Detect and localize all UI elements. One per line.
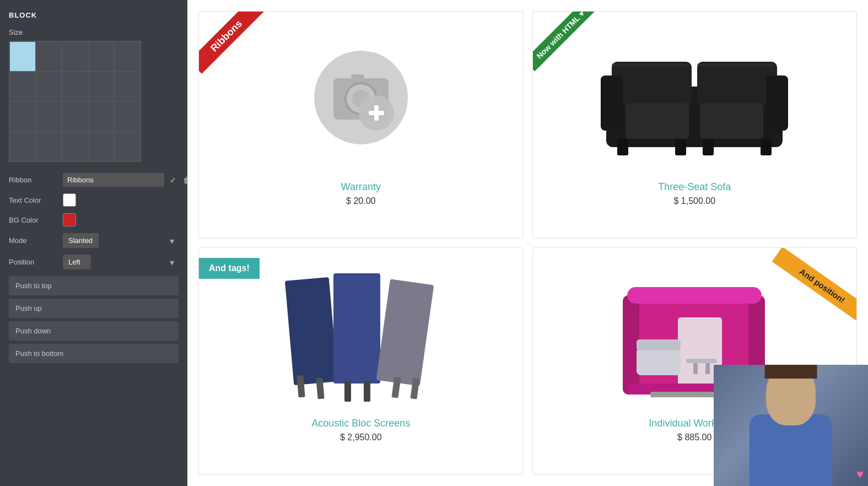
svg-rect-9: [612, 62, 692, 106]
ribbon-label: Ribbon: [9, 176, 58, 184]
svg-rect-21: [285, 277, 338, 385]
person-silhouette: [741, 365, 840, 486]
ribbon-label-workplace: And position!: [772, 248, 856, 325]
svg-rect-37: [686, 359, 716, 363]
svg-rect-19: [612, 63, 689, 67]
webcam-heart-icon: ♥: [856, 467, 864, 482]
bg-color-field-row: BG Color: [9, 213, 179, 226]
size-cell-1-2[interactable]: [62, 72, 88, 102]
svg-rect-23: [376, 279, 434, 386]
screens-image-area: [208, 257, 514, 411]
size-cell-1-0[interactable]: [9, 72, 36, 102]
camera-placeholder-icon: [311, 48, 411, 147]
ribbon-confirm-button[interactable]: ✓: [169, 175, 177, 186]
mode-select[interactable]: Slanted Flat Tag: [63, 233, 99, 248]
position-field-row: Position Left Right Top: [9, 255, 179, 269]
svg-rect-18: [761, 139, 772, 155]
sofa-illustration: [595, 31, 794, 164]
push-to-bottom-button[interactable]: Push to bottom: [9, 344, 179, 363]
size-cell-0-4[interactable]: [114, 41, 141, 72]
size-grid: [9, 41, 141, 162]
size-label: Size: [9, 28, 179, 36]
size-cell-0-1[interactable]: [36, 41, 62, 72]
svg-rect-14: [700, 103, 763, 139]
svg-rect-39: [705, 363, 710, 374]
size-cell-2-2[interactable]: [62, 101, 88, 132]
svg-rect-7: [369, 111, 384, 115]
sofa-price: $ 1,500.00: [673, 196, 715, 206]
size-cell-2-3[interactable]: [88, 101, 115, 132]
svg-rect-33: [627, 287, 762, 304]
product-card-warranty: Ribbons Warranty $ 20.00: [198, 11, 524, 239]
screens-price: $ 2,950.00: [340, 433, 382, 442]
size-cell-3-1[interactable]: [36, 132, 62, 162]
svg-rect-10: [697, 62, 777, 106]
size-cell-1-4[interactable]: [114, 72, 141, 102]
svg-rect-38: [693, 363, 698, 374]
size-cell-3-2[interactable]: [62, 132, 88, 162]
push-down-button[interactable]: Push down: [9, 321, 179, 341]
bg-color-swatch[interactable]: [63, 213, 76, 226]
size-cell-0-3[interactable]: [88, 41, 115, 72]
ribbon-corner-sofa: Now with HTML ♥: [533, 12, 610, 89]
sofa-name: Three-Seat Sofa: [658, 181, 731, 193]
product-card-screens: And tags! Acoustic Bloc Screens $ 2,950.…: [198, 247, 524, 475]
size-cell-0-0[interactable]: [9, 41, 36, 72]
warranty-price: $ 20.00: [346, 196, 375, 206]
size-cell-3-4[interactable]: [114, 132, 141, 162]
warranty-name: Warranty: [341, 181, 381, 193]
svg-rect-4: [351, 74, 364, 81]
svg-rect-36: [637, 339, 681, 350]
push-up-button[interactable]: Push up: [9, 299, 179, 318]
size-cell-3-0[interactable]: [9, 132, 36, 162]
size-cell-2-4[interactable]: [114, 101, 141, 132]
ribbon-label-warranty: Ribbons: [199, 12, 264, 74]
screens-name: Acoustic Bloc Screens: [311, 418, 410, 429]
size-cell-1-3[interactable]: [88, 72, 115, 102]
webcam-overlay: ♥: [714, 365, 868, 486]
screens-illustration: [273, 262, 449, 406]
position-select[interactable]: Left Right Top: [63, 255, 91, 269]
svg-rect-26: [344, 381, 351, 402]
svg-rect-16: [675, 139, 686, 155]
webcam-feed: ♥: [714, 365, 868, 486]
block-title: BLOCK: [9, 11, 179, 19]
svg-rect-27: [364, 381, 370, 402]
product-card-sofa: Now with HTML ♥: [532, 11, 858, 239]
svg-rect-12: [766, 75, 788, 131]
svg-rect-22: [333, 273, 380, 384]
size-cell-1-1[interactable]: [36, 72, 62, 102]
sidebar: BLOCK Size Ribbon ✓ 🗑 Text Color: [0, 0, 187, 486]
position-select-wrapper: Left Right Top: [63, 255, 179, 269]
svg-rect-15: [617, 139, 628, 155]
ribbon-tag-screens: And tags!: [199, 258, 260, 279]
ribbon-input[interactable]: [63, 173, 164, 187]
svg-rect-17: [703, 139, 714, 155]
size-cell-2-0[interactable]: [9, 101, 36, 132]
ribbon-field-row: Ribbon ✓ 🗑: [9, 173, 179, 187]
ribbon-label-sofa: Now with HTML ♥: [533, 12, 597, 71]
push-to-top-button[interactable]: Push to top: [9, 276, 179, 295]
position-label: Position: [9, 258, 58, 266]
ribbon-corner-warranty: Ribbons: [199, 12, 276, 89]
svg-rect-13: [626, 103, 689, 139]
ribbon-corner-workplace: And position!: [746, 248, 856, 358]
workplace-price: $ 885.00: [677, 433, 711, 442]
mode-field-row: Mode Slanted Flat Tag: [9, 233, 179, 248]
text-color-swatch[interactable]: [63, 193, 76, 207]
size-cell-3-3[interactable]: [88, 132, 115, 162]
svg-rect-20: [697, 63, 774, 67]
size-cell-0-2[interactable]: [62, 41, 88, 72]
bg-color-label: BG Color: [9, 216, 58, 224]
mode-select-wrapper: Slanted Flat Tag: [63, 233, 179, 248]
svg-rect-35: [637, 348, 681, 375]
text-color-field-row: Text Color: [9, 193, 179, 207]
mode-label: Mode: [9, 236, 58, 245]
text-color-label: Text Color: [9, 196, 58, 204]
size-cell-2-1[interactable]: [36, 101, 62, 132]
